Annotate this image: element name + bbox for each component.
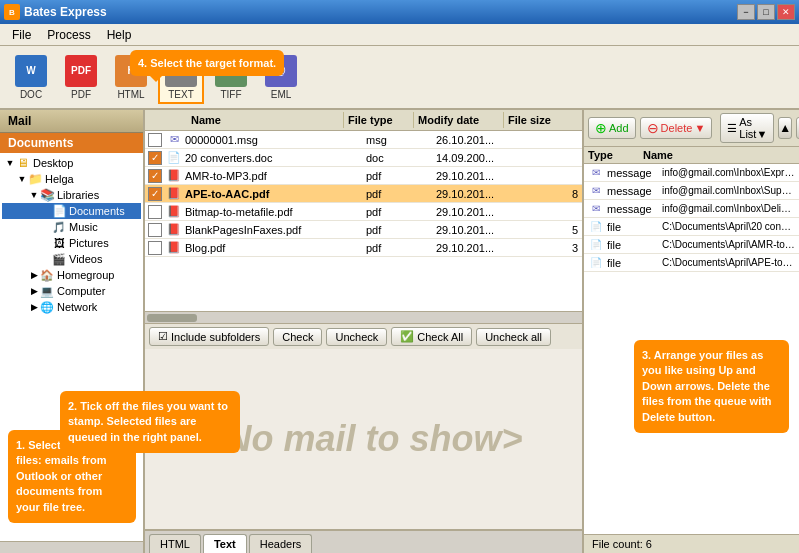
libraries-icon: 📚 <box>40 188 54 202</box>
file-checkbox[interactable]: ✓ <box>148 169 162 183</box>
close-button[interactable]: ✕ <box>777 4 795 20</box>
file-name: Bitmap-to-metafile.pdf <box>183 206 362 218</box>
file-list-hscrollbar[interactable] <box>145 311 582 323</box>
queue-col-type: Type <box>588 149 643 161</box>
file-count: File count: 6 <box>584 534 799 553</box>
minimize-button[interactable]: − <box>737 4 755 20</box>
table-row[interactable]: ✓ 📕 AMR-to-MP3.pdf pdf 29.10.201... <box>145 167 582 185</box>
table-row[interactable]: ✉ 00000001.msg msg 26.10.201... <box>145 131 582 149</box>
list-item[interactable]: ✉ message info@gmail.com\Inbox\Delivery <box>584 200 799 218</box>
network-icon: 🌐 <box>40 300 54 314</box>
checkbox-icon: ☑ <box>158 330 168 343</box>
callout-step2: 2. Tick off the files you want to stamp.… <box>60 391 240 453</box>
uncheck-all-button[interactable]: Uncheck all <box>476 328 551 346</box>
tree-desktop[interactable]: ▼ 🖥 Desktop <box>2 155 141 171</box>
file-checkbox[interactable] <box>148 241 162 255</box>
file-checkbox[interactable] <box>148 133 162 147</box>
file-checkbox[interactable]: ✓ <box>148 187 162 201</box>
music-icon: 🎵 <box>52 220 66 234</box>
table-row[interactable]: 📕 Bitmap-to-metafile.pdf pdf 29.10.201..… <box>145 203 582 221</box>
list-item[interactable]: 📄 file C:\Documents\April\AMR-to-MP <box>584 236 799 254</box>
check-button[interactable]: Check <box>273 328 322 346</box>
tree-pictures[interactable]: 🖼 Pictures <box>2 235 141 251</box>
maximize-button[interactable]: □ <box>757 4 775 20</box>
table-row[interactable]: ✓ 📄 20 converters.doc doc 14.09.200... <box>145 149 582 167</box>
file-date: 29.10.201... <box>432 224 522 236</box>
tree-music[interactable]: 🎵 Music <box>2 219 141 235</box>
tree-videos[interactable]: 🎬 Videos <box>2 251 141 267</box>
queue-type: file <box>607 221 662 233</box>
msg-queue-icon: ✉ <box>588 185 604 197</box>
tab-headers[interactable]: Headers <box>249 534 313 553</box>
pdf-label: PDF <box>71 89 91 100</box>
file-type: msg <box>362 134 432 146</box>
callout-step3: 3. Arrange your files as you like using … <box>634 340 789 433</box>
file-name: APE-to-AAC.pdf <box>183 188 362 200</box>
queue-name: C:\Documents\April\AMR-to-MP <box>662 239 795 250</box>
msg-queue-icon: ✉ <box>588 203 604 215</box>
delete-dropdown-icon: ▼ <box>694 122 705 134</box>
queue-name: info@gmail.com\Inbox\Support <box>662 185 795 196</box>
col-name-header: Name <box>187 112 344 128</box>
file-type: pdf <box>362 170 432 182</box>
tree-helga[interactable]: ▼ 📁 Helga <box>2 171 141 187</box>
file-size: 5 <box>522 224 582 236</box>
file-checkbox[interactable] <box>148 205 162 219</box>
tree-homegroup[interactable]: ▶ 🏠 Homegroup <box>2 267 141 283</box>
file-type: pdf <box>362 242 432 254</box>
queue-type: message <box>607 203 662 215</box>
list-item[interactable]: 📄 file C:\Documents\April\APE-to-AAC <box>584 254 799 272</box>
file-name: AMR-to-MP3.pdf <box>183 170 362 182</box>
computer-icon: 💻 <box>40 284 54 298</box>
table-row[interactable]: 📕 Blog.pdf pdf 29.10.201... 3 <box>145 239 582 257</box>
menu-help[interactable]: Help <box>99 26 140 44</box>
delete-button[interactable]: ⊖ Delete ▼ <box>640 117 713 139</box>
table-row[interactable]: ✓ 📕 APE-to-AAC.pdf pdf 29.10.201... 8 <box>145 185 582 203</box>
text-label: TEXT <box>168 89 194 100</box>
toolbar-doc-button[interactable]: W DOC <box>8 50 54 104</box>
file-checkbox[interactable]: ✓ <box>148 151 162 165</box>
pictures-icon: 🖼 <box>52 236 66 250</box>
file-date: 14.09.200... <box>432 152 522 164</box>
list-icon: ☰ <box>727 122 737 135</box>
tree-computer[interactable]: ▶ 💻 Computer <box>2 283 141 299</box>
check-all-button[interactable]: ✅ Check All <box>391 327 472 346</box>
tree-libraries[interactable]: ▼ 📚 Libraries <box>2 187 141 203</box>
homegroup-icon: 🏠 <box>40 268 54 282</box>
tree-documents[interactable]: 📄 Documents <box>2 203 141 219</box>
as-list-button[interactable]: ☰ As List▼ <box>720 113 774 143</box>
add-button[interactable]: ⊕ Add <box>588 117 636 139</box>
right-toolbar: ⊕ Add ⊖ Delete ▼ ☰ As List▼ ▲ ▼ <box>584 110 799 147</box>
file-date: 26.10.201... <box>432 134 522 146</box>
tree-network[interactable]: ▶ 🌐 Network <box>2 299 141 315</box>
table-row[interactable]: 📕 BlankPagesInFaxes.pdf pdf 29.10.201...… <box>145 221 582 239</box>
app-title: Bates Express <box>24 5 107 19</box>
list-item[interactable]: 📄 file C:\Documents\April\20 converte <box>584 218 799 236</box>
col-type-header: File type <box>344 112 414 128</box>
tab-html[interactable]: HTML <box>149 534 201 553</box>
move-up-button[interactable]: ▲ <box>778 117 792 139</box>
toolbar-pdf-button[interactable]: PDF PDF <box>58 50 104 104</box>
file-queue-icon: 📄 <box>588 239 604 251</box>
checkall-icon: ✅ <box>400 330 414 343</box>
queue-type: file <box>607 239 662 251</box>
pdf-file-icon: 📕 <box>167 205 181 218</box>
list-item[interactable]: ✉ message info@gmail.com\Inbox\Support <box>584 182 799 200</box>
menu-process[interactable]: Process <box>39 26 98 44</box>
menu-file[interactable]: File <box>4 26 39 44</box>
tree-hscrollbar[interactable] <box>0 541 143 553</box>
file-queue-icon: 📄 <box>588 221 604 233</box>
right-panel: ⊕ Add ⊖ Delete ▼ ☰ As List▼ ▲ ▼ Type <box>584 110 799 553</box>
documents-subheader: Documents <box>0 133 143 153</box>
uncheck-button[interactable]: Uncheck <box>326 328 387 346</box>
file-checkbox[interactable] <box>148 223 162 237</box>
queue-name: info@gmail.com\Inbox\Delivery <box>662 203 795 214</box>
tab-text[interactable]: Text <box>203 534 247 553</box>
include-subfolders-button[interactable]: ☑ Include subfolders <box>149 327 269 346</box>
mail-panel-header: Mail <box>0 110 143 133</box>
queue-type: message <box>607 167 662 179</box>
list-item[interactable]: ✉ message info@gmail.com\Inbox\Express <box>584 164 799 182</box>
doc-label: DOC <box>20 89 42 100</box>
tiff-label: TIFF <box>220 89 241 100</box>
callout-step4: 4. Select the target format. <box>130 50 284 76</box>
